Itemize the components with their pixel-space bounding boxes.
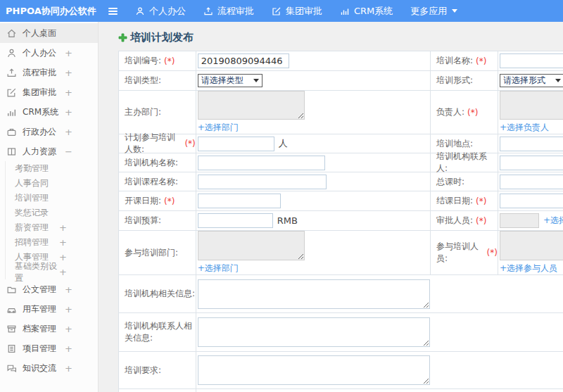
form-row-org-info: 培训机构相关信息:: [119, 275, 563, 313]
user-icon: [135, 6, 145, 16]
archive-icon: [6, 324, 17, 334]
org-contact-input[interactable]: [500, 156, 563, 170]
sidebar-subitem-base-category[interactable]: 基础类别设置 +: [6, 265, 98, 279]
sidebar-subitem-label: 薪资管理: [15, 222, 49, 234]
folder-icon: [6, 284, 17, 295]
expand-plus[interactable]: +: [65, 48, 72, 58]
training-form-select[interactable]: 请选择形式: [500, 74, 563, 87]
select-approver-link[interactable]: +选择审批人员: [543, 215, 563, 227]
training-type-select[interactable]: 请选择类型: [198, 74, 262, 87]
bar-chart-icon: [6, 107, 17, 118]
training-requirements-textarea[interactable]: [198, 355, 430, 385]
training-name-input[interactable]: [500, 53, 563, 68]
expand-plus[interactable]: +: [65, 127, 72, 137]
participating-dept-textarea[interactable]: [198, 231, 305, 260]
sidebar-subitem-rewards[interactable]: 奖惩记录: [6, 206, 98, 220]
sidebar-item-hr[interactable]: 人力资源 −: [0, 141, 98, 161]
end-date-input[interactable]: [500, 194, 563, 208]
expand-plus[interactable]: +: [65, 324, 72, 334]
expand-plus[interactable]: +: [59, 267, 67, 277]
form-row-training-no: 培训编号:(*) 培训名称:(*): [119, 51, 563, 71]
form-row-training-type: 培训类型: 请选择类型 培训形式: 请选择形式: [119, 71, 563, 91]
course-name-input[interactable]: [198, 175, 327, 189]
sidebar-subitem-training[interactable]: 培训管理: [6, 191, 98, 206]
expand-plus[interactable]: +: [65, 343, 72, 354]
sidebar-item-vehicle[interactable]: 用车管理 +: [0, 299, 98, 319]
org-contact-label: 培训机构联系人:: [436, 151, 498, 175]
sidebar-item-admin-office[interactable]: 行政办公 +: [0, 122, 98, 141]
required-mark: (*): [467, 108, 478, 118]
expand-minus[interactable]: −: [65, 146, 72, 157]
sidebar-item-projects[interactable]: 项目管理 +: [0, 339, 98, 358]
org-name-input[interactable]: [198, 156, 325, 170]
briefcase-icon: [6, 127, 17, 137]
sidebar-item-archives[interactable]: 档案管理 +: [0, 319, 98, 339]
budget-input[interactable]: [198, 213, 273, 228]
expand-plus[interactable]: +: [65, 284, 72, 295]
expand-plus[interactable]: +: [65, 304, 72, 315]
budget-label: 培训预算:: [125, 215, 161, 227]
expand-plus[interactable]: +: [65, 68, 72, 78]
required-mark: (*): [476, 216, 486, 226]
participants-label: 参与培训人员:: [436, 241, 483, 265]
sidebar: 个人桌面 个人办公 + 流程审批 + 集团审批 + CRM系统 + 行政办公 +: [0, 22, 99, 392]
expand-plus[interactable]: +: [59, 237, 67, 248]
sidebar-item-knowledge[interactable]: 知识交流 +: [0, 358, 98, 378]
plus-icon: [118, 33, 127, 42]
book-icon: [6, 146, 17, 157]
training-location-input[interactable]: [500, 137, 563, 151]
person-in-charge-textarea[interactable]: [500, 91, 563, 120]
end-date-label: 结课日期:: [436, 195, 473, 207]
sidebar-item-label: 用车管理: [23, 303, 56, 315]
nav-more-apps[interactable]: 更多应用: [410, 5, 457, 18]
required-mark: (*): [184, 139, 195, 148]
form-row-start-date: 开课日期:(*) 结课日期:(*): [119, 191, 563, 211]
nav-crm-system[interactable]: CRM系统: [340, 5, 393, 18]
upload-icon: [6, 68, 17, 78]
training-no-input[interactable]: [198, 53, 289, 68]
sidebar-item-personal-office[interactable]: 个人办公 +: [0, 43, 98, 63]
hamburger-menu-icon[interactable]: [108, 8, 118, 15]
sidebar-subitem-attendance[interactable]: 考勤管理: [6, 161, 98, 176]
select-participants-link[interactable]: +选择参与人员: [500, 263, 557, 274]
training-name-label: 培训名称:: [436, 55, 473, 67]
host-dept-textarea[interactable]: [198, 91, 305, 120]
sidebar-item-workflow-approval[interactable]: 流程审批 +: [0, 63, 98, 82]
select-person-in-charge-link[interactable]: +选择负责人: [500, 122, 549, 134]
chat-icon: [6, 363, 17, 374]
select-dept-link[interactable]: +选择部门: [198, 263, 239, 274]
planned-count-input[interactable]: [198, 137, 274, 151]
expand-plus[interactable]: +: [59, 222, 67, 233]
sidebar-item-group-approval[interactable]: 集团审批 +: [0, 82, 98, 102]
start-date-input[interactable]: [198, 194, 281, 208]
sidebar-item-label: 个人桌面: [23, 27, 56, 39]
org-info-textarea[interactable]: [198, 279, 430, 309]
expand-plus[interactable]: +: [65, 107, 72, 118]
sidebar-item-crm[interactable]: CRM系统 +: [0, 102, 98, 122]
sidebar-subitem-recruitment[interactable]: 招聘管理 +: [6, 235, 98, 250]
participants-textarea[interactable]: [500, 231, 563, 260]
form-row-attachment: 附件文档: +附件上传: [119, 389, 563, 392]
sidebar-item-desktop[interactable]: 个人桌面: [0, 23, 98, 43]
nav-personal-office[interactable]: 个人办公: [135, 5, 186, 18]
expand-plus[interactable]: +: [65, 87, 72, 98]
sidebar-subitem-label: 人事合同: [15, 177, 49, 189]
expand-plus[interactable]: +: [65, 363, 72, 374]
required-mark: (*): [487, 248, 498, 258]
nav-group-approval[interactable]: 集团审批: [272, 5, 322, 18]
caret-down-icon: [452, 9, 457, 13]
sidebar-item-label: 流程审批: [23, 67, 56, 79]
total-hours-input[interactable]: [500, 175, 563, 189]
required-mark: (*): [476, 56, 486, 66]
nav-workflow-approval[interactable]: 流程审批: [203, 5, 254, 18]
expand-plus[interactable]: +: [59, 252, 67, 263]
main-content: 培训计划发布 培训编号:(*) 培训名称:(*) 培训类型: 请选择类型 培训形…: [99, 22, 563, 392]
org-contact-info-textarea[interactable]: [198, 317, 430, 347]
approver-box[interactable]: [500, 213, 539, 228]
sidebar-subitem-hr-contract[interactable]: 人事合同: [6, 176, 98, 191]
sidebar-subitem-salary[interactable]: 薪资管理 +: [6, 220, 98, 235]
topbar: PHPOA协同办公软件 个人办公 流程审批 集团审批 CRM系统 更多应用: [0, 0, 563, 22]
select-value: 请选择类型: [201, 75, 243, 87]
car-icon: [6, 304, 17, 315]
select-dept-link[interactable]: +选择部门: [198, 122, 239, 134]
